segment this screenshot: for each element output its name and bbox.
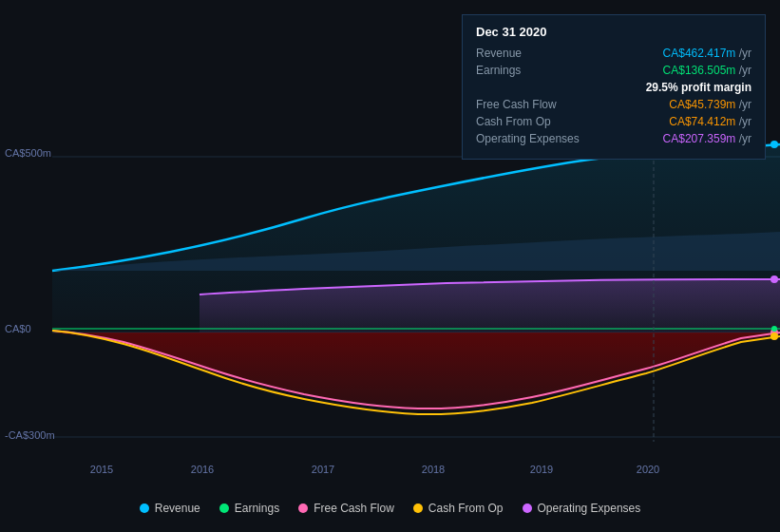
tooltip-value-revenue: CA$462.417m /yr (663, 47, 751, 60)
tooltip-value-opex: CA$207.359m /yr (663, 132, 751, 145)
x-label-2016: 2016 (191, 464, 214, 475)
tooltip-value-fcf: CA$45.739m /yr (669, 98, 751, 111)
legend-dot-earnings (219, 504, 229, 513)
x-label-2015: 2015 (90, 464, 113, 475)
chart-legend: Revenue Earnings Free Cash Flow Cash Fro… (0, 494, 780, 522)
tooltip-unit-revenue: /yr (739, 47, 751, 60)
y-label-neg300m: -CA$300m (5, 429, 55, 441)
svg-point-4 (770, 141, 778, 148)
tooltip-val-margin: 29.5% profit margin (646, 81, 751, 94)
svg-point-7 (770, 332, 778, 340)
legend-label-revenue: Revenue (155, 502, 200, 515)
tooltip-val-opex: CA$207.359m (663, 132, 736, 145)
legend-dot-opex (523, 504, 532, 513)
x-label-2018: 2018 (422, 464, 445, 475)
y-label-0: CA$0 (5, 323, 31, 334)
x-label-2020: 2020 (637, 464, 659, 475)
legend-dot-cashfromop (413, 504, 423, 513)
legend-label-earnings: Earnings (235, 502, 279, 515)
tooltip-title: Dec 31 2020 (476, 25, 751, 39)
x-label-2019: 2019 (530, 464, 553, 475)
tooltip-label-opex: Operating Expenses (476, 132, 590, 145)
legend-item-opex[interactable]: Operating Expenses (523, 502, 641, 515)
y-label-500m: CA$500m (5, 147, 51, 159)
tooltip-row-earnings: Earnings CA$136.505m /yr (476, 64, 751, 77)
legend-item-earnings[interactable]: Earnings (219, 502, 279, 515)
tooltip-value-earnings: CA$136.505m /yr (663, 64, 751, 77)
legend-item-cashfromop[interactable]: Cash From Op (413, 502, 504, 515)
tooltip-value-margin: 29.5% profit margin (646, 81, 751, 94)
legend-item-revenue[interactable]: Revenue (140, 502, 200, 515)
tooltip-val-cashfromop: CA$74.412m (669, 115, 735, 128)
tooltip-row-opex: Operating Expenses CA$207.359m /yr (476, 132, 751, 145)
legend-label-opex: Operating Expenses (538, 502, 641, 515)
svg-point-8 (771, 326, 777, 332)
tooltip-unit-earnings: /yr (739, 64, 751, 77)
svg-point-5 (770, 276, 778, 283)
legend-item-fcf[interactable]: Free Cash Flow (298, 502, 394, 515)
x-label-2017: 2017 (312, 464, 334, 475)
tooltip-row-fcf: Free Cash Flow CA$45.739m /yr (476, 98, 751, 111)
legend-dot-revenue (140, 504, 149, 513)
tooltip-unit-opex: /yr (739, 132, 751, 145)
tooltip-label-fcf: Free Cash Flow (476, 98, 590, 111)
tooltip-val-fcf: CA$45.739m (669, 98, 735, 111)
tooltip-value-cashfromop: CA$74.412m /yr (669, 115, 751, 128)
legend-label-cashfromop: Cash From Op (428, 502, 504, 515)
legend-label-fcf: Free Cash Flow (314, 502, 394, 515)
tooltip-label-revenue: Revenue (476, 47, 590, 60)
tooltip-row-cashfromop: Cash From Op CA$74.412m /yr (476, 115, 751, 128)
tooltip-label-cashfromop: Cash From Op (476, 115, 590, 128)
tooltip-val-revenue: CA$462.417m (663, 47, 736, 60)
tooltip-unit-cashfromop: /yr (739, 115, 751, 128)
tooltip-unit-fcf: /yr (739, 98, 751, 111)
tooltip-row-margin: 29.5% profit margin (476, 81, 751, 94)
chart-container: CA$500m CA$0 -CA$300m 2015 2016 2017 201… (0, 0, 780, 532)
tooltip-label-earnings: Earnings (476, 64, 590, 77)
tooltip-row-revenue: Revenue CA$462.417m /yr (476, 47, 751, 60)
legend-dot-fcf (298, 504, 308, 513)
tooltip: Dec 31 2020 Revenue CA$462.417m /yr Earn… (462, 14, 766, 160)
tooltip-val-earnings: CA$136.505m (663, 64, 736, 77)
